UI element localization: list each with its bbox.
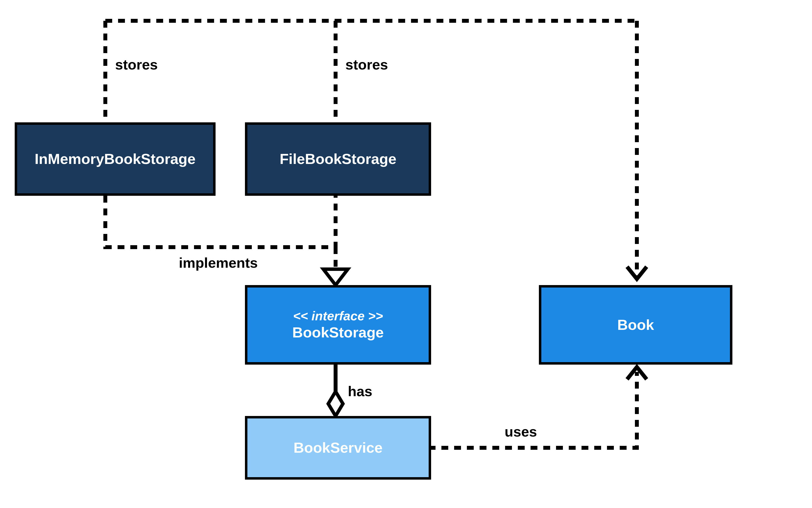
class-book-service: BookService (245, 416, 431, 480)
edge-label-implements: implements (179, 254, 258, 271)
stereotype-label: << interface >> (293, 308, 383, 324)
uml-canvas: InMemoryBookStorage FileBookStorage << i… (0, 0, 812, 508)
class-label: Book (617, 316, 654, 334)
arrow-open-book-bottom (627, 367, 647, 379)
class-label: BookService (294, 439, 383, 457)
edge-label-stores-inmemory: stores (115, 56, 158, 73)
class-label: FileBookStorage (280, 150, 396, 168)
edge-label-has: has (348, 383, 372, 399)
interface-book-storage: << interface >> BookStorage (245, 285, 431, 365)
edge-implements-join (105, 196, 336, 247)
arrow-diamond-has (328, 391, 343, 416)
class-file-book-storage: FileBookStorage (245, 122, 431, 196)
class-book: Book (539, 285, 732, 365)
class-label: BookStorage (292, 324, 384, 341)
arrow-triangle-implements (323, 269, 348, 285)
arrow-open-book-top (627, 267, 647, 279)
class-inmemory-book-storage: InMemoryBookStorage (15, 122, 216, 196)
edge-label-stores-file: stores (345, 56, 388, 73)
edge-label-uses: uses (505, 423, 537, 440)
class-label: InMemoryBookStorage (35, 150, 196, 168)
